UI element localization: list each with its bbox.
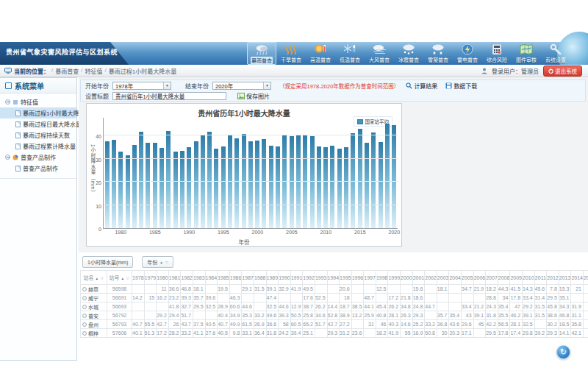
nav-low-temp-survey[interactable]: 低温普查 [335,42,365,65]
nav-wind-survey[interactable]: 大风普查 [365,42,394,65]
expand-icon[interactable] [82,305,87,309]
column-header-year[interactable]: 2002 [425,271,437,285]
collapse-icon[interactable] [5,99,10,105]
station-name-cell[interactable]: 盘州 [81,320,107,329]
column-header-year[interactable]: 1988 [254,271,266,285]
collapse-icon[interactable] [5,155,10,160]
nav-high-temp-survey[interactable]: 高温普查 [306,42,335,65]
expand-icon[interactable] [82,296,87,300]
chart-title-input[interactable] [112,92,226,100]
nav-composite-risk[interactable]: 综合风险 [482,42,512,65]
x-tick-label: 1985 [149,230,161,235]
column-header-year[interactable]: 2011 [534,271,547,285]
column-header-year[interactable]: 2004 [449,271,462,285]
sidebar-group-feature-values[interactable]: 特征值 [0,96,76,107]
nav-drought-survey[interactable]: 干旱普查 [276,42,306,65]
download-button[interactable]: 数据下载 [445,82,477,90]
save-image-button[interactable]: 保存图片 [237,92,270,100]
pivot-column-button[interactable]: 年份 ▲ ▽ [142,256,173,268]
nav-map-review[interactable]: 图件审核 [512,42,541,65]
expand-icon[interactable] [82,314,87,318]
station-name-cell[interactable]: 普安 [81,311,107,320]
column-header-year[interactable]: 2010 [523,271,535,285]
column-header-year[interactable]: 1998 [376,271,388,285]
column-header-year[interactable]: 2015 [583,271,588,285]
sidebar-item-daily-max-precip[interactable]: 暴雨过程日最大降水量 [0,118,76,130]
nav-lightning-survey[interactable]: 雷电普查 [453,42,482,65]
column-header-year[interactable]: 1999 [388,271,401,285]
nav-label: 综合风险 [487,56,507,63]
column-header-year[interactable]: 1984 [205,271,218,285]
column-header-year[interactable]: 2013 [559,271,571,285]
column-header-year[interactable]: 1991 [290,271,303,285]
calculate-button[interactable]: 计算结果 [406,82,437,90]
expand-icon[interactable] [82,322,87,327]
column-header-year[interactable]: 1994 [327,271,340,285]
sidebar-item-duration-days[interactable]: 暴雨过程持续天数 [0,130,76,141]
column-header-year[interactable]: 1985 [218,271,230,285]
column-header-year[interactable]: 1981 [168,271,181,285]
column-header-year[interactable]: 1987 [242,271,254,285]
sidebar-item-1h-max-precip[interactable]: 暴雨过程1小时最大降水量 [0,107,76,118]
column-header-year[interactable]: 1993 [315,271,327,285]
column-header-year[interactable]: 1982 [181,271,193,285]
station-name-cell[interactable]: 威宁 [81,294,107,302]
logout-button[interactable]: 退出系统 [543,66,582,77]
table-row: 普安5679229.229.451.740.434.935.333.249.63… [81,311,588,320]
station-name-cell[interactable]: 水城 [81,302,107,311]
column-header-year[interactable]: 2012 [547,271,559,285]
column-header-year[interactable]: 1996 [351,271,364,285]
end-year-select[interactable]: 2020年 ▼ [212,82,271,90]
sidebar-item-product-making[interactable]: 普查产品制作 [0,163,76,174]
pivot-value-button[interactable]: 1小时降水量(mm) [82,256,133,268]
station-name-cell[interactable]: 桐梓 [81,329,107,338]
expand-icon[interactable] [82,331,87,336]
column-header-year[interactable]: 1997 [364,271,376,285]
breadcrumb-link[interactable]: 特征值 [85,67,102,75]
breadcrumb-link[interactable]: 暴雨普查 [55,67,79,75]
expand-icon[interactable] [82,287,87,291]
column-header-year[interactable]: 2014 [571,271,584,285]
column-header-station[interactable]: 站名 ▲ ▽ [81,271,107,285]
drought-icon [283,43,299,55]
column-header-year[interactable]: 1979 [144,271,157,285]
column-header-year[interactable]: 2000 [401,271,413,285]
nav-system-settings[interactable]: 系统设置 [541,42,570,65]
sidebar-item-accum-precip[interactable]: 暴雨过程累计降水量 [0,141,76,152]
refresh-float-button[interactable]: ↻ [556,345,570,359]
column-header-year[interactable]: 1986 [229,271,242,285]
column-header-year[interactable]: 1995 [340,271,352,285]
column-header-year[interactable]: 2008 [498,271,510,285]
wrench-icon [548,43,564,55]
column-header-station-id[interactable]: 站号 ▲ ▽ [107,271,132,285]
nav-snow-survey[interactable]: 雪凝普查 [423,42,453,65]
column-header-year[interactable]: 2007 [486,271,498,285]
column-header-year[interactable]: 1990 [279,271,291,285]
sidebar-divider [0,178,76,179]
body-area: 系统菜单 特征值暴雨过程1小时最大降水量暴雨过程日最大降水量暴雨过程持续天数暴雨… [0,77,588,361]
column-header-year[interactable]: 2009 [510,271,523,285]
sort-icons[interactable]: ▲ ▽ [159,261,168,264]
value-cell: 33.2 [425,320,437,329]
column-header-year[interactable]: 2001 [412,271,425,285]
nav-rainstorm-survey[interactable]: 暴雨普查 [247,42,276,65]
column-header-year[interactable]: 2003 [437,271,449,285]
column-header-year[interactable]: 1983 [193,271,205,285]
column-header-year[interactable]: 1978 [132,271,145,285]
value-cell: 35.3 [242,311,254,320]
value-cell: 42.2 [486,320,498,329]
station-name-cell[interactable]: 赫章 [81,285,107,294]
sidebar-group-survey-products[interactable]: 普查产品制作 [0,152,76,163]
column-header-year[interactable]: 1992 [303,271,315,285]
column-header-year[interactable]: 1989 [266,271,279,285]
value-cell: 36.6 [168,285,181,294]
nav-hail-survey[interactable]: 冰雹普查 [394,42,423,65]
value-cell: 29.5 [547,294,559,302]
chart-bar [159,148,164,228]
column-header-year[interactable]: 1980 [157,271,169,285]
value-cell: 41.9 [290,285,303,294]
column-header-year[interactable]: 2005 [462,271,474,285]
column-header-year[interactable]: 2006 [473,271,486,285]
breadcrumb-link[interactable]: 暴雨过程1小时最大降水量 [109,67,176,75]
start-year-select[interactable]: 1978年 ▼ [112,82,171,90]
